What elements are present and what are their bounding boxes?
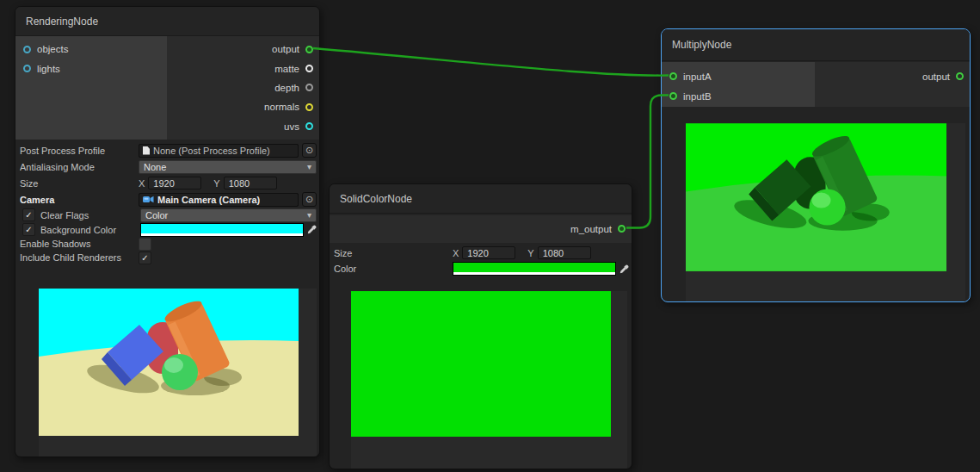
clear-flags-value: Color: [145, 210, 168, 220]
lights-port-icon[interactable]: [23, 65, 31, 72]
multiply-output-ports: output: [815, 62, 970, 107]
depth-port-label: depth: [274, 83, 299, 93]
port-output[interactable]: output: [167, 40, 319, 59]
enable-shadows-checkbox[interactable]: [139, 238, 151, 251]
port-inputA[interactable]: inputA: [662, 66, 815, 86]
eyedropper-icon[interactable]: [307, 225, 317, 234]
port-multiply-output[interactable]: output: [815, 66, 970, 86]
inputB-port-label: inputB: [683, 91, 712, 102]
solid-color-output-ports: m_output: [330, 215, 632, 243]
node-graph-canvas[interactable]: RenderingNode objects lights output: [0, 0, 980, 472]
include-child-renderers-checkbox[interactable]: [139, 252, 151, 264]
multiply-preview-panel: [686, 123, 965, 302]
m-output-port-label: m_output: [570, 224, 612, 234]
objects-port-label: objects: [37, 44, 68, 54]
solid-color-preview-panel: [351, 291, 627, 469]
clear-flags-label: Clear Flags: [40, 210, 140, 220]
multiply-node-title-bar[interactable]: MultiplyNode: [662, 29, 970, 61]
port-depth[interactable]: depth: [167, 78, 319, 97]
antialiasing-mode-dropdown[interactable]: None: [139, 160, 317, 174]
solid-color-label: Color: [334, 264, 453, 274]
solid-color-properties: Size X 1920 Y 1080 Color: [330, 243, 632, 276]
enable-shadows-row: Enable Shadows: [15, 237, 319, 251]
camera-object-picker-icon[interactable]: ⊙: [302, 192, 317, 207]
post-process-profile-value: None (Post Process Profile): [153, 146, 270, 156]
node-rendering[interactable]: RenderingNode objects lights output: [15, 6, 320, 457]
eyedropper-icon[interactable]: [619, 264, 629, 274]
port-inputB[interactable]: inputB: [662, 86, 815, 106]
size-label: Size: [20, 178, 139, 189]
post-process-profile-row: Post Process Profile None (Post Process …: [15, 142, 319, 158]
size-y-input[interactable]: 1080: [224, 177, 277, 189]
rendering-properties: Post Process Profile None (Post Process …: [15, 140, 319, 264]
depth-port-icon[interactable]: [305, 84, 313, 91]
camera-row: Camera Main Camera (Camera) ⊙: [15, 191, 319, 208]
solid-size-x-input[interactable]: 1920: [462, 246, 515, 259]
clear-flags-dropdown[interactable]: Color: [140, 208, 317, 222]
solid-color-preview-image: [351, 291, 611, 437]
multiply-input-ports: inputA inputB: [662, 62, 815, 107]
inputA-port-label: inputA: [683, 71, 712, 82]
clear-flags-row: Clear Flags Color: [15, 208, 319, 222]
objects-port-icon[interactable]: [23, 46, 31, 53]
multiply-output-port-icon[interactable]: [956, 72, 964, 80]
uvs-port-label: uvs: [284, 121, 299, 132]
wire-output-to-inputA[interactable]: [313, 48, 669, 76]
matte-port-label: matte: [274, 64, 299, 74]
node-multiply[interactable]: MultiplyNode inputA inputB output: [661, 28, 971, 302]
size-x-input[interactable]: 1920: [148, 177, 201, 189]
solid-size-label: Size: [334, 248, 453, 258]
antialiasing-mode-value: None: [144, 162, 166, 172]
output-port-icon[interactable]: [305, 46, 313, 53]
node-solid-color[interactable]: SolidColorNode m_output Size X 1920 Y 10…: [329, 183, 632, 469]
multiply-node-title: MultiplyNode: [672, 39, 731, 51]
post-process-profile-label: Post Process Profile: [20, 146, 139, 156]
background-color-label: Background Color: [40, 225, 140, 235]
rendering-ports-section: objects lights output matte depth: [15, 36, 319, 140]
include-child-renderers-row: Include Child Renderers: [15, 251, 319, 264]
clear-flags-checkbox[interactable]: [22, 208, 35, 221]
normals-port-label: normals: [264, 102, 299, 112]
port-m-output[interactable]: m_output: [330, 220, 632, 239]
output-port-label: output: [272, 44, 299, 54]
rendering-node-title-bar[interactable]: RenderingNode: [15, 7, 319, 36]
lights-port-label: lights: [37, 64, 60, 74]
port-matte[interactable]: matte: [167, 59, 319, 78]
size-y-axis-label: Y: [213, 178, 219, 189]
inputB-port-icon[interactable]: [669, 92, 677, 100]
object-picker-icon[interactable]: ⊙: [302, 143, 317, 158]
camera-label: Camera: [20, 195, 139, 205]
camera-field[interactable]: Main Camera (Camera): [139, 193, 299, 207]
solid-size-y-input[interactable]: 1080: [538, 246, 591, 259]
port-uvs[interactable]: uvs: [167, 117, 319, 136]
rendering-preview-panel: [39, 289, 317, 457]
background-color-checkbox[interactable]: [22, 223, 35, 236]
solid-size-x-axis-label: X: [453, 248, 459, 258]
port-lights[interactable]: lights: [15, 59, 167, 78]
solid-color-node-title-bar[interactable]: SolidColorNode: [330, 184, 632, 214]
background-color-row: Background Color: [15, 222, 319, 237]
antialiasing-mode-row: Antialiasing Mode None: [15, 158, 319, 175]
rendering-output-ports: output matte depth normals uvs: [167, 36, 319, 140]
solid-size-row: Size X 1920 Y 1080: [330, 245, 632, 261]
inputA-port-icon[interactable]: [669, 72, 677, 80]
multiply-ports-section: inputA inputB output: [662, 62, 970, 107]
port-objects[interactable]: objects: [15, 40, 167, 59]
solid-color-swatch[interactable]: [453, 262, 616, 276]
file-icon: [143, 146, 150, 155]
m-output-port-icon[interactable]: [618, 225, 626, 233]
solid-color-node-title: SolidColorNode: [340, 193, 412, 205]
enable-shadows-label: Enable Shadows: [20, 239, 139, 249]
solid-size-y-axis-label: Y: [527, 248, 533, 258]
background-color-swatch[interactable]: [140, 223, 304, 237]
normals-port-icon[interactable]: [305, 103, 313, 111]
size-row: Size X 1920 Y 1080: [15, 175, 319, 191]
rendering-node-title: RenderingNode: [26, 16, 98, 28]
multiply-output-port-label: output: [922, 71, 950, 82]
port-normals[interactable]: normals: [167, 97, 319, 116]
uvs-port-icon[interactable]: [305, 122, 313, 130]
camera-value: Main Camera (Camera): [157, 195, 260, 205]
matte-port-icon[interactable]: [305, 65, 313, 72]
antialiasing-mode-label: Antialiasing Mode: [20, 162, 139, 172]
post-process-profile-field[interactable]: None (Post Process Profile): [139, 144, 299, 158]
